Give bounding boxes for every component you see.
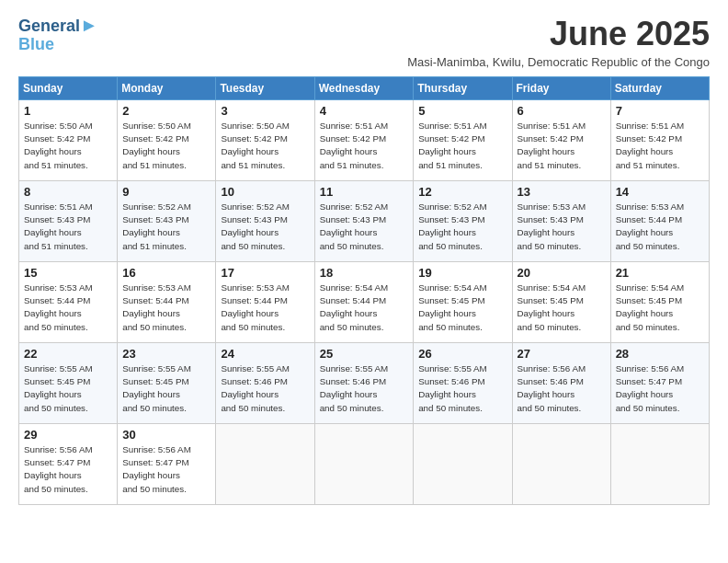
day-info: Sunrise: 5:53 AM Sunset: 5:44 PM Dayligh…	[616, 201, 704, 253]
page: General►Blue June 2025 Masi-Manimba, Kwi…	[0, 0, 728, 563]
day-info: Sunrise: 5:51 AM Sunset: 5:42 PM Dayligh…	[518, 120, 606, 172]
day-number: 26	[418, 347, 506, 361]
day-number: 29	[24, 428, 112, 442]
day-number: 4	[320, 104, 409, 118]
col-saturday: Saturday	[610, 77, 709, 100]
calendar-cell: 7 Sunrise: 5:51 AM Sunset: 5:42 PM Dayli…	[610, 100, 709, 181]
col-sunday: Sunday	[19, 77, 118, 100]
day-number: 30	[122, 428, 210, 442]
day-number: 17	[221, 266, 309, 280]
calendar-cell: 10 Sunrise: 5:52 AM Sunset: 5:43 PM Dayl…	[216, 181, 314, 262]
calendar-cell: 24 Sunrise: 5:55 AM Sunset: 5:46 PM Dayl…	[216, 343, 314, 424]
calendar-cell: 29 Sunrise: 5:56 AM Sunset: 5:47 PM Dayl…	[19, 424, 118, 505]
calendar-cell: 17 Sunrise: 5:53 AM Sunset: 5:44 PM Dayl…	[216, 262, 314, 343]
day-number: 20	[518, 266, 606, 280]
day-number: 7	[616, 104, 704, 118]
calendar-cell: 8 Sunrise: 5:51 AM Sunset: 5:43 PM Dayli…	[19, 181, 118, 262]
day-number: 6	[518, 104, 606, 118]
calendar-cell: 6 Sunrise: 5:51 AM Sunset: 5:42 PM Dayli…	[512, 100, 610, 181]
calendar-cell: 20 Sunrise: 5:54 AM Sunset: 5:45 PM Dayl…	[512, 262, 610, 343]
day-info: Sunrise: 5:50 AM Sunset: 5:42 PM Dayligh…	[24, 120, 112, 172]
day-info: Sunrise: 5:54 AM Sunset: 5:44 PM Dayligh…	[320, 282, 409, 334]
day-info: Sunrise: 5:52 AM Sunset: 5:43 PM Dayligh…	[320, 201, 409, 253]
day-number: 19	[418, 266, 506, 280]
calendar-cell	[314, 424, 414, 505]
calendar-week-row: 22 Sunrise: 5:55 AM Sunset: 5:45 PM Dayl…	[19, 343, 710, 424]
day-info: Sunrise: 5:55 AM Sunset: 5:46 PM Dayligh…	[221, 362, 309, 415]
day-number: 18	[320, 266, 409, 280]
day-info: Sunrise: 5:55 AM Sunset: 5:45 PM Dayligh…	[122, 362, 210, 415]
day-number: 27	[518, 347, 606, 361]
day-number: 5	[418, 104, 506, 118]
day-info: Sunrise: 5:56 AM Sunset: 5:47 PM Dayligh…	[616, 362, 704, 415]
calendar-cell: 23 Sunrise: 5:55 AM Sunset: 5:45 PM Dayl…	[118, 343, 216, 424]
calendar-cell	[414, 424, 512, 505]
day-info: Sunrise: 5:51 AM Sunset: 5:43 PM Dayligh…	[24, 201, 112, 253]
day-number: 9	[122, 185, 210, 199]
calendar-cell: 16 Sunrise: 5:53 AM Sunset: 5:44 PM Dayl…	[118, 262, 216, 343]
calendar-cell: 4 Sunrise: 5:51 AM Sunset: 5:42 PM Dayli…	[314, 100, 414, 181]
calendar-cell: 13 Sunrise: 5:53 AM Sunset: 5:43 PM Dayl…	[512, 181, 610, 262]
day-number: 22	[24, 347, 112, 361]
day-info: Sunrise: 5:50 AM Sunset: 5:42 PM Dayligh…	[122, 120, 210, 172]
day-info: Sunrise: 5:53 AM Sunset: 5:43 PM Dayligh…	[518, 201, 606, 253]
day-info: Sunrise: 5:54 AM Sunset: 5:45 PM Dayligh…	[616, 282, 704, 334]
calendar-cell	[512, 424, 610, 505]
calendar-cell	[216, 424, 314, 505]
day-number: 21	[616, 266, 704, 280]
col-friday: Friday	[512, 77, 610, 100]
calendar-cell: 19 Sunrise: 5:54 AM Sunset: 5:45 PM Dayl…	[414, 262, 512, 343]
day-number: 13	[518, 185, 606, 199]
calendar-cell: 12 Sunrise: 5:52 AM Sunset: 5:43 PM Dayl…	[414, 181, 512, 262]
calendar-week-row: 15 Sunrise: 5:53 AM Sunset: 5:44 PM Dayl…	[19, 262, 710, 343]
month-title: June 2025	[407, 15, 710, 53]
calendar-cell: 2 Sunrise: 5:50 AM Sunset: 5:42 PM Dayli…	[118, 100, 216, 181]
col-monday: Monday	[118, 77, 216, 100]
calendar-cell: 1 Sunrise: 5:50 AM Sunset: 5:42 PM Dayli…	[19, 100, 118, 181]
calendar-cell: 14 Sunrise: 5:53 AM Sunset: 5:44 PM Dayl…	[610, 181, 709, 262]
col-tuesday: Tuesday	[216, 77, 314, 100]
day-number: 23	[122, 347, 210, 361]
calendar-cell: 28 Sunrise: 5:56 AM Sunset: 5:47 PM Dayl…	[610, 343, 709, 424]
day-number: 10	[221, 185, 309, 199]
calendar-week-row: 1 Sunrise: 5:50 AM Sunset: 5:42 PM Dayli…	[19, 100, 710, 181]
day-info: Sunrise: 5:53 AM Sunset: 5:44 PM Dayligh…	[122, 282, 210, 334]
day-number: 16	[122, 266, 210, 280]
day-info: Sunrise: 5:50 AM Sunset: 5:42 PM Dayligh…	[221, 120, 309, 172]
day-info: Sunrise: 5:52 AM Sunset: 5:43 PM Dayligh…	[221, 201, 309, 253]
calendar-cell: 26 Sunrise: 5:55 AM Sunset: 5:46 PM Dayl…	[414, 343, 512, 424]
calendar-cell: 9 Sunrise: 5:52 AM Sunset: 5:43 PM Dayli…	[118, 181, 216, 262]
day-info: Sunrise: 5:54 AM Sunset: 5:45 PM Dayligh…	[518, 282, 606, 334]
day-number: 2	[122, 104, 210, 118]
header: General►Blue June 2025 Masi-Manimba, Kwi…	[18, 15, 710, 69]
day-number: 8	[24, 185, 112, 199]
day-number: 1	[24, 104, 112, 118]
col-thursday: Thursday	[414, 77, 512, 100]
day-info: Sunrise: 5:53 AM Sunset: 5:44 PM Dayligh…	[221, 282, 309, 334]
day-number: 3	[221, 104, 309, 118]
calendar-cell: 11 Sunrise: 5:52 AM Sunset: 5:43 PM Dayl…	[314, 181, 414, 262]
day-info: Sunrise: 5:53 AM Sunset: 5:44 PM Dayligh…	[24, 282, 112, 334]
day-number: 14	[616, 185, 704, 199]
calendar-cell: 30 Sunrise: 5:56 AM Sunset: 5:47 PM Dayl…	[118, 424, 216, 505]
day-info: Sunrise: 5:55 AM Sunset: 5:46 PM Dayligh…	[320, 362, 409, 415]
calendar-table: Sunday Monday Tuesday Wednesday Thursday…	[18, 76, 710, 505]
calendar-cell: 18 Sunrise: 5:54 AM Sunset: 5:44 PM Dayl…	[314, 262, 414, 343]
calendar-week-row: 8 Sunrise: 5:51 AM Sunset: 5:43 PM Dayli…	[19, 181, 710, 262]
subtitle: Masi-Manimba, Kwilu, Democratic Republic…	[407, 55, 710, 69]
calendar-cell: 15 Sunrise: 5:53 AM Sunset: 5:44 PM Dayl…	[19, 262, 118, 343]
calendar-week-row: 29 Sunrise: 5:56 AM Sunset: 5:47 PM Dayl…	[19, 424, 710, 505]
day-number: 11	[320, 185, 409, 199]
calendar-cell	[610, 424, 709, 505]
day-number: 25	[320, 347, 409, 361]
day-number: 24	[221, 347, 309, 361]
day-info: Sunrise: 5:51 AM Sunset: 5:42 PM Dayligh…	[418, 120, 506, 172]
calendar-cell: 25 Sunrise: 5:55 AM Sunset: 5:46 PM Dayl…	[314, 343, 414, 424]
day-info: Sunrise: 5:56 AM Sunset: 5:47 PM Dayligh…	[122, 443, 210, 496]
day-info: Sunrise: 5:55 AM Sunset: 5:46 PM Dayligh…	[418, 362, 506, 415]
day-number: 12	[418, 185, 506, 199]
day-info: Sunrise: 5:52 AM Sunset: 5:43 PM Dayligh…	[418, 201, 506, 253]
title-block: June 2025 Masi-Manimba, Kwilu, Democrati…	[407, 15, 710, 69]
logo-text: General►Blue	[18, 15, 98, 54]
day-info: Sunrise: 5:51 AM Sunset: 5:42 PM Dayligh…	[616, 120, 704, 172]
